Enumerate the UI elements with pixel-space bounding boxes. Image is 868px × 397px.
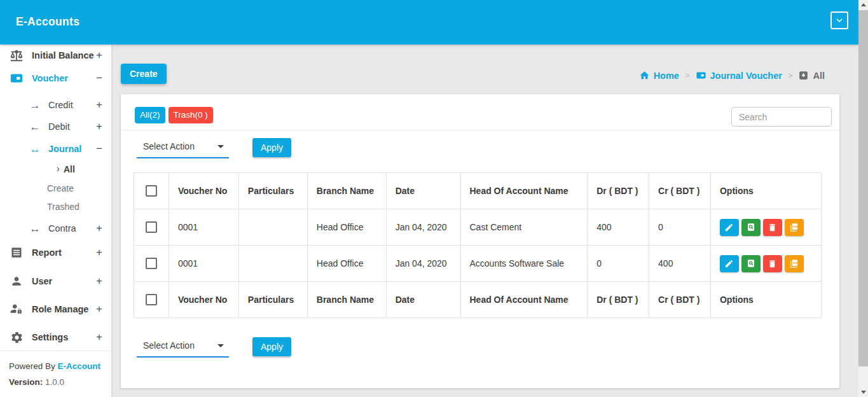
pdf-button[interactable]: PDF xyxy=(785,255,804,272)
search-input[interactable] xyxy=(731,107,832,127)
col-cr: Cr ( BDT ) xyxy=(649,173,711,209)
sidebar-item-label: User xyxy=(32,276,52,286)
sidebar-item-journal[interactable]: ↔ Journal − xyxy=(0,139,111,158)
caret-down-icon xyxy=(217,344,224,347)
pdf-button[interactable]: PDF xyxy=(785,219,804,236)
select-action-dropdown-top[interactable]: Select Action xyxy=(137,137,229,158)
sidebar-item-label: Voucher xyxy=(32,73,68,83)
edit-button[interactable] xyxy=(720,255,739,272)
scrollbar-thumb[interactable] xyxy=(858,10,868,366)
col-cr: Cr ( BDT ) xyxy=(649,282,711,318)
gear-icon xyxy=(9,330,24,345)
breadcrumb-separator: > xyxy=(685,71,690,80)
breadcrumb-separator: > xyxy=(788,71,793,80)
apply-button-top[interactable]: Apply xyxy=(252,138,291,157)
main-content: Create Home > Journal Voucher > All All(… xyxy=(111,45,858,397)
expand-plus-icon[interactable]: + xyxy=(96,275,102,288)
collapse-minus-icon[interactable]: − xyxy=(96,143,102,155)
expand-plus-icon[interactable]: + xyxy=(96,303,102,316)
cell-head-of-account: Accounts Software Sale xyxy=(460,246,588,282)
sidebar-item-contra[interactable]: ↔ Contra + xyxy=(0,219,111,238)
expand-plus-icon[interactable]: + xyxy=(96,49,102,62)
col-branch-name: Branch Name xyxy=(307,282,386,318)
voucher-list-card: All(2) Trash(0 ) Select Action Apply Vou… xyxy=(121,94,839,388)
app-title: E-Accounts xyxy=(16,15,79,29)
cell-cr: 400 xyxy=(649,246,711,282)
tab-trash[interactable]: Trash(0 ) xyxy=(169,107,213,123)
voucher-table: Voucher No Particulars Branch Name Date … xyxy=(134,172,822,318)
caret-down-icon xyxy=(217,145,224,148)
breadcrumb-home[interactable]: Home xyxy=(639,70,679,81)
sidebar-item-role-manage[interactable]: Role Manage + xyxy=(0,298,111,320)
powered-by-text: Powered By xyxy=(9,361,55,371)
edit-button[interactable] xyxy=(720,219,739,236)
sidebar-item-initial-balance[interactable]: Initial Balance + xyxy=(0,45,111,66)
person-lock-icon xyxy=(9,302,24,317)
view-button[interactable] xyxy=(741,255,761,272)
row-checkbox[interactable] xyxy=(146,258,157,269)
cell-branch-name: Head Office xyxy=(307,246,386,282)
expand-plus-icon[interactable]: + xyxy=(96,222,102,235)
arrow-left-icon: ← xyxy=(28,120,42,134)
expand-plus-icon[interactable]: + xyxy=(96,120,102,133)
sidebar-item-label: Journal xyxy=(48,144,81,154)
select-all-checkbox[interactable] xyxy=(146,294,157,305)
delete-button[interactable] xyxy=(763,255,782,272)
person-icon xyxy=(9,274,24,289)
scroll-up-arrow-icon[interactable] xyxy=(861,3,866,6)
expand-plus-icon[interactable]: + xyxy=(96,246,102,259)
app-header: E-Accounts xyxy=(0,0,858,45)
sidebar-item-label: Report xyxy=(32,247,62,258)
chevron-down-icon xyxy=(834,15,845,26)
brand-link[interactable]: E-Account xyxy=(58,361,101,371)
select-action-dropdown-bottom[interactable]: Select Action xyxy=(137,336,229,358)
col-dr: Dr ( BDT ) xyxy=(588,282,649,318)
header-dropdown-button[interactable] xyxy=(830,11,848,29)
sidebar-item-label: Debit xyxy=(48,122,70,132)
vertical-scrollbar[interactable] xyxy=(858,0,868,397)
row-checkbox[interactable] xyxy=(146,221,157,233)
sidebar-footer: Powered By E-Account Version: 1.0.0 xyxy=(0,351,111,397)
expand-plus-icon[interactable]: + xyxy=(96,99,102,111)
sidebar-item-journal-all[interactable]: All xyxy=(0,160,111,178)
cell-particulars xyxy=(238,209,307,246)
tab-all[interactable]: All(2) xyxy=(135,107,165,123)
col-options: Options xyxy=(710,173,821,209)
version-value: 1.0.0 xyxy=(45,377,64,387)
scroll-down-arrow-icon[interactable] xyxy=(861,391,866,394)
expand-plus-icon[interactable]: + xyxy=(96,331,102,344)
sidebar-item-label: Trashed xyxy=(47,202,79,212)
view-button[interactable] xyxy=(741,219,761,236)
sidebar-item-report[interactable]: Report + xyxy=(0,242,111,263)
sidebar-item-label: Contra xyxy=(48,223,76,233)
select-all-checkbox[interactable] xyxy=(146,185,157,197)
sidebar-item-credit[interactable]: → Credit + xyxy=(0,95,111,115)
cell-dr: 0 xyxy=(588,246,649,282)
cell-date: Jan 04, 2020 xyxy=(386,246,460,282)
table-row: 0001 Head Office Jan 04, 2020 Cast Cemen… xyxy=(134,209,822,246)
pdf-icon: PDF xyxy=(789,222,799,233)
sidebar-item-user[interactable]: User + xyxy=(0,270,111,292)
arrow-right-icon: → xyxy=(28,98,42,112)
col-dr: Dr ( BDT ) xyxy=(588,173,649,209)
sidebar-item-voucher[interactable]: Voucher − xyxy=(0,67,111,89)
create-button[interactable]: Create xyxy=(121,64,167,84)
collapse-minus-icon[interactable]: − xyxy=(96,72,102,85)
magnifier-doc-icon xyxy=(746,222,756,232)
delete-button[interactable] xyxy=(763,219,782,236)
cell-voucher-no: 0001 xyxy=(169,246,238,282)
sidebar-item-journal-create[interactable]: Create xyxy=(0,179,111,197)
sidebar-item-label: Settings xyxy=(32,332,68,342)
table-footer-row: Voucher No Particulars Branch Name Date … xyxy=(134,282,822,318)
sidebar-item-settings[interactable]: Settings + xyxy=(0,326,111,348)
sidebar-item-label: Create xyxy=(47,183,74,193)
breadcrumb-journal-voucher[interactable]: Journal Voucher xyxy=(696,70,782,81)
divider xyxy=(121,130,839,130)
col-voucher-no: Voucher No xyxy=(169,282,238,318)
apply-button-bottom[interactable]: Apply xyxy=(252,337,291,356)
cell-cr: 0 xyxy=(649,209,711,246)
cell-branch-name: Head Office xyxy=(307,209,386,246)
sidebar-item-journal-trashed[interactable]: Trashed xyxy=(0,198,111,216)
table-row: 0001 Head Office Jan 04, 2020 Accounts S… xyxy=(134,246,822,282)
sidebar-item-debit[interactable]: ← Debit + xyxy=(0,117,111,136)
